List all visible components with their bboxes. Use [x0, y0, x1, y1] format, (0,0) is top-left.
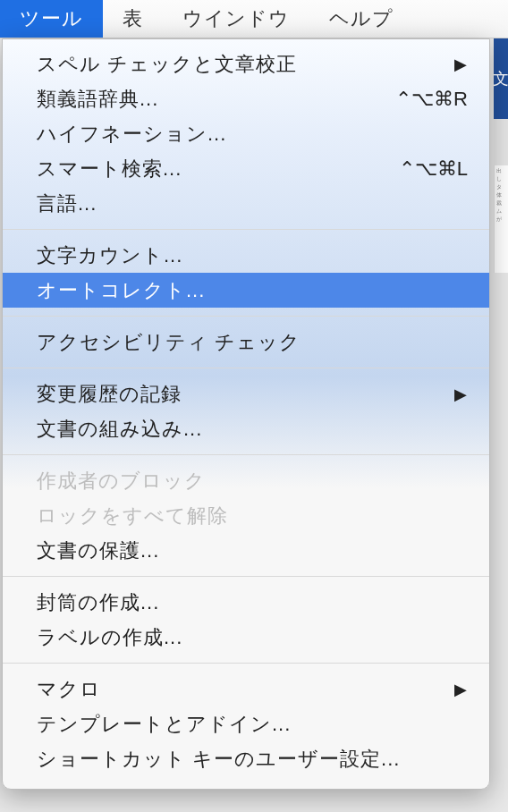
menubar-item-tools[interactable]: ツール [0, 0, 103, 38]
menu-label: ショートカット キーのユーザー設定... [37, 746, 468, 773]
menu-label: ラベルの作成... [37, 624, 468, 651]
menu-separator [3, 229, 489, 230]
background-ribbon: 文 [494, 38, 508, 119]
menu-label: スマート検索... [37, 156, 399, 182]
menu-item-templates-addins[interactable]: テンプレートとアドイン... [3, 706, 489, 741]
menu-item-smart-lookup[interactable]: スマート検索... ⌃⌥⌘L [3, 151, 489, 186]
menu-label: マクロ [37, 676, 454, 703]
menu-label: アクセシビリティ チェック [37, 329, 468, 356]
menu-label: スペル チェックと文章校正 [37, 51, 454, 78]
submenu-arrow-icon: ▶ [454, 55, 468, 74]
menu-shortcut: ⌃⌥⌘L [399, 157, 468, 181]
menu-label: 文書の組み込み... [37, 416, 468, 443]
menu-item-merge-documents[interactable]: 文書の組み込み... [3, 411, 489, 446]
menu-label: 変更履歴の記録 [37, 381, 454, 408]
menu-separator [3, 454, 489, 455]
menu-item-word-count[interactable]: 文字カウント... [3, 238, 489, 273]
menubar-label: 表 [123, 5, 143, 32]
menu-label: 封筒の作成... [37, 589, 468, 616]
menu-separator [3, 316, 489, 317]
menu-item-accessibility-check[interactable]: アクセシビリティ チェック [3, 325, 489, 359]
menu-item-language[interactable]: 言語... [3, 186, 489, 221]
menu-item-macro[interactable]: マクロ ▶ [3, 672, 489, 706]
menu-separator [3, 663, 489, 664]
menu-item-spellcheck[interactable]: スペル チェックと文章校正 ▶ [3, 47, 489, 81]
menubar: ツール 表 ウインドウ ヘルプ [0, 0, 508, 38]
menubar-item-table[interactable]: 表 [103, 0, 163, 38]
menu-label: 類義語辞典... [37, 86, 395, 113]
background-panel: 文 出し タ 体裁 ムが [494, 38, 508, 271]
menubar-item-help[interactable]: ヘルプ [309, 0, 413, 38]
background-ribbon-sub [494, 119, 508, 165]
menubar-label: ツール [20, 5, 83, 32]
submenu-arrow-icon: ▶ [454, 385, 468, 404]
menu-item-autocorrect[interactable]: オートコレクト... [3, 273, 489, 308]
menu-item-customize-keyboard[interactable]: ショートカット キーのユーザー設定... [3, 741, 489, 776]
menu-item-envelopes[interactable]: 封筒の作成... [3, 585, 489, 620]
menu-item-block-authors: 作成者のブロック [3, 463, 489, 498]
menu-item-protect-document[interactable]: 文書の保護... [3, 533, 489, 568]
menubar-item-window[interactable]: ウインドウ [163, 0, 309, 38]
menu-label: ロックをすべて解除 [37, 503, 468, 529]
menu-item-unblock-all: ロックをすべて解除 [3, 498, 489, 533]
menu-shortcut: ⌃⌥⌘R [395, 88, 468, 111]
menu-item-hyphenation[interactable]: ハイフネーション... [3, 116, 489, 151]
menu-item-thesaurus[interactable]: 類義語辞典... ⌃⌥⌘R [3, 81, 489, 116]
menu-label: 言語... [37, 190, 468, 217]
menubar-label: ヘルプ [329, 5, 394, 32]
menu-separator [3, 368, 489, 368]
menu-label: ハイフネーション... [37, 121, 468, 148]
menubar-label: ウインドウ [182, 5, 290, 32]
background-doc: 出し タ 体裁 ムが [494, 165, 508, 273]
menu-label: 作成者のブロック [37, 468, 468, 495]
menu-label: 文書の保護... [37, 537, 468, 564]
menu-label: 文字カウント... [37, 242, 468, 269]
menu-separator [3, 576, 489, 577]
tools-dropdown: スペル チェックと文章校正 ▶ 類義語辞典... ⌃⌥⌘R ハイフネーション..… [2, 38, 490, 790]
menu-item-track-changes[interactable]: 変更履歴の記録 ▶ [3, 376, 489, 411]
submenu-arrow-icon: ▶ [454, 680, 468, 699]
menu-item-labels[interactable]: ラベルの作成... [3, 620, 489, 655]
menu-label: オートコレクト... [37, 277, 468, 304]
menu-label: テンプレートとアドイン... [37, 711, 468, 738]
